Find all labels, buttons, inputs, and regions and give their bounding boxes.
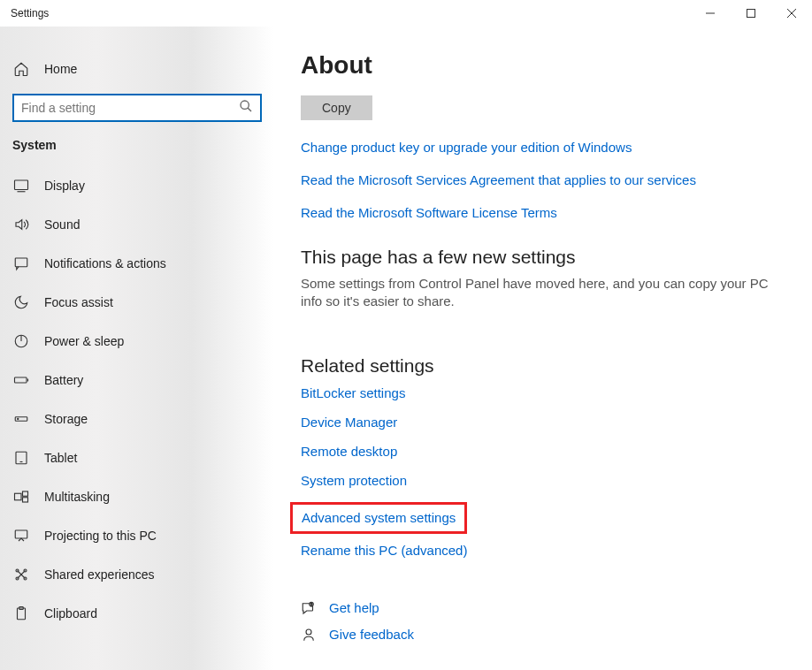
svg-rect-1 xyxy=(747,10,755,18)
svg-point-32 xyxy=(306,629,311,635)
feedback-icon xyxy=(301,627,317,643)
svg-rect-18 xyxy=(15,493,22,500)
battery-icon xyxy=(12,372,30,388)
sidebar-item-label: Power & sleep xyxy=(44,334,124,348)
get-help-row: ? Get help xyxy=(301,600,785,616)
sidebar-item-label: Clipboard xyxy=(44,606,97,621)
home-label: Home xyxy=(44,62,77,76)
rename-pc-link[interactable]: Rename this PC (advanced) xyxy=(301,543,467,558)
device-manager-link[interactable]: Device Manager xyxy=(301,415,397,430)
sidebar-item-display[interactable]: Display xyxy=(0,166,274,205)
related-settings-heading: Related settings xyxy=(301,355,785,377)
search-input[interactable] xyxy=(21,101,239,115)
sidebar-item-label: Multitasking xyxy=(44,490,110,504)
search-box[interactable] xyxy=(12,94,262,122)
focus-assist-icon xyxy=(12,294,30,310)
home-icon xyxy=(12,61,30,77)
give-feedback-row: Give feedback xyxy=(301,627,785,643)
copy-button[interactable]: Copy xyxy=(301,95,372,120)
svg-rect-19 xyxy=(23,491,28,496)
sidebar-item-sound[interactable]: Sound xyxy=(0,205,274,244)
sidebar-item-label: Battery xyxy=(44,373,83,387)
svg-rect-6 xyxy=(15,180,28,190)
sidebar-item-label: Shared experiences xyxy=(44,567,155,582)
related-links: BitLocker settings Device Manager Remote… xyxy=(301,385,785,572)
multitasking-icon xyxy=(12,489,30,505)
svg-rect-21 xyxy=(15,530,27,538)
sidebar-item-power-sleep[interactable]: Power & sleep xyxy=(0,322,274,361)
sidebar-item-label: Notifications & actions xyxy=(44,256,166,270)
change-product-key-link[interactable]: Change product key or upgrade your editi… xyxy=(301,140,785,155)
new-settings-text: Some settings from Control Panel have mo… xyxy=(301,275,785,311)
svg-point-15 xyxy=(18,418,19,419)
close-button[interactable] xyxy=(771,0,812,27)
svg-line-5 xyxy=(248,108,251,111)
minimize-button[interactable] xyxy=(690,0,731,27)
content-area: About Copy Change product key or upgrade… xyxy=(274,27,812,670)
projecting-icon xyxy=(12,528,30,544)
shared-icon xyxy=(12,567,30,582)
license-terms-link[interactable]: Read the Microsoft Software License Term… xyxy=(301,205,785,220)
sound-icon xyxy=(12,217,30,232)
sidebar: Home System Display Sound Notifica xyxy=(0,27,274,670)
display-icon xyxy=(12,178,30,194)
window-controls xyxy=(690,0,812,27)
titlebar: Settings xyxy=(0,0,812,27)
sidebar-item-multitasking[interactable]: Multitasking xyxy=(0,477,274,516)
sidebar-item-battery[interactable]: Battery xyxy=(0,361,274,400)
give-feedback-link[interactable]: Give feedback xyxy=(329,627,414,642)
main-layout: Home System Display Sound Notifica xyxy=(0,27,812,670)
svg-rect-20 xyxy=(23,498,28,502)
storage-icon xyxy=(12,411,30,427)
remote-desktop-link[interactable]: Remote desktop xyxy=(301,444,397,459)
category-label: System xyxy=(0,138,274,166)
sidebar-item-label: Focus assist xyxy=(44,295,113,309)
power-icon xyxy=(12,333,30,349)
sidebar-item-projecting[interactable]: Projecting to this PC xyxy=(0,516,274,555)
sidebar-item-label: Storage xyxy=(44,412,88,426)
sidebar-item-label: Display xyxy=(44,179,85,193)
sidebar-item-focus-assist[interactable]: Focus assist xyxy=(0,283,274,322)
sidebar-item-label: Tablet xyxy=(44,451,77,465)
footer-links: ? Get help Give feedback xyxy=(301,600,785,643)
highlighted-link-box: Advanced system settings xyxy=(290,502,467,534)
bitlocker-link[interactable]: BitLocker settings xyxy=(301,385,405,400)
svg-rect-9 xyxy=(15,258,27,267)
new-settings-heading: This page has a few new settings xyxy=(301,247,785,268)
sidebar-item-notifications[interactable]: Notifications & actions xyxy=(0,244,274,283)
get-help-link[interactable]: Get help xyxy=(329,600,379,615)
window-title: Settings xyxy=(11,7,49,19)
svg-point-4 xyxy=(241,101,249,109)
search-icon xyxy=(239,99,253,117)
help-icon: ? xyxy=(301,600,317,616)
tablet-icon xyxy=(12,450,30,466)
page-title: About xyxy=(301,51,785,80)
sidebar-item-tablet[interactable]: Tablet xyxy=(0,438,274,477)
maximize-button[interactable] xyxy=(731,0,771,27)
sidebar-item-clipboard[interactable]: Clipboard xyxy=(0,594,274,633)
svg-marker-8 xyxy=(16,220,22,230)
notifications-icon xyxy=(12,255,30,271)
sidebar-item-label: Projecting to this PC xyxy=(44,529,157,543)
sidebar-item-shared[interactable]: Shared experiences xyxy=(0,555,274,594)
system-protection-link[interactable]: System protection xyxy=(301,473,407,488)
sidebar-home[interactable]: Home xyxy=(0,51,274,87)
advanced-system-settings-link[interactable]: Advanced system settings xyxy=(302,510,456,525)
svg-rect-12 xyxy=(15,377,27,383)
sidebar-item-storage[interactable]: Storage xyxy=(0,400,274,438)
clipboard-icon xyxy=(12,605,30,621)
sidebar-item-label: Sound xyxy=(44,217,80,232)
services-agreement-link[interactable]: Read the Microsoft Services Agreement th… xyxy=(301,172,785,187)
